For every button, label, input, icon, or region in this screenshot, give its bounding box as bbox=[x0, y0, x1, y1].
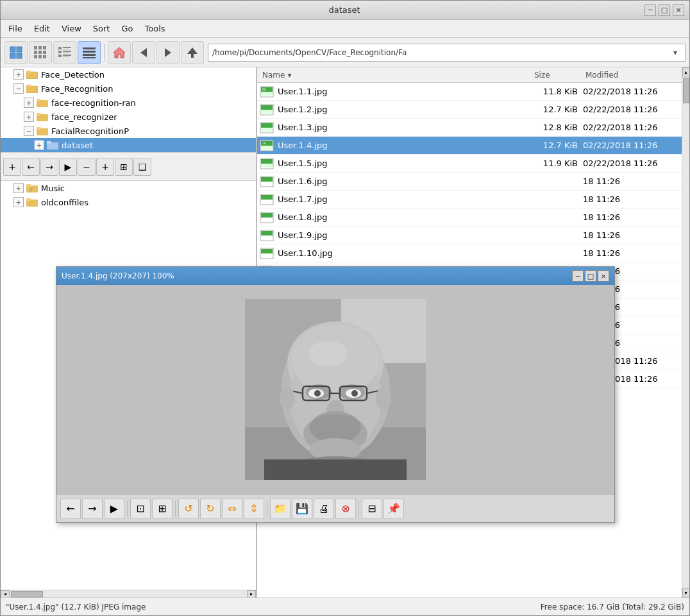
view-details-btn[interactable] bbox=[53, 41, 76, 64]
tree-plus-btn[interactable]: + bbox=[96, 158, 114, 176]
view-icon-btn[interactable] bbox=[4, 41, 28, 64]
tree-item-music[interactable]: + ♪ Music bbox=[1, 181, 257, 195]
file-row-selected[interactable]: User.1.4.jpg 12.7 KiB 02/22/2018 11:26 bbox=[257, 137, 682, 155]
viewer-sep-3 bbox=[267, 501, 267, 517]
tree-expander-music[interactable]: + bbox=[13, 183, 24, 193]
file-row[interactable]: User.1.7.jpg 18 11:26 bbox=[257, 191, 682, 209]
tree-item-face-recognizer[interactable]: + face_recognizer bbox=[1, 110, 257, 124]
tree-label-face-recognizer: face_recognizer bbox=[51, 112, 117, 122]
view-list-btn[interactable] bbox=[78, 41, 101, 64]
file-row[interactable]: User.1.10.jpg 18 11:26 bbox=[257, 244, 682, 262]
file-modified: 18 11:26 bbox=[583, 194, 679, 204]
tree-item-face-recognition[interactable]: − Face_Recognition bbox=[1, 81, 257, 96]
viewer-tool-open-folder[interactable]: 📁 bbox=[270, 499, 290, 519]
col-sort-icon: ▾ bbox=[287, 71, 291, 80]
image-viewer-content bbox=[56, 285, 614, 494]
tree-play-btn[interactable]: ▶ bbox=[59, 158, 77, 176]
file-row[interactable]: User.1.5.jpg 11.9 KiB 02/22/2018 11:26 bbox=[257, 155, 682, 173]
tree-minus-btn[interactable]: − bbox=[78, 158, 96, 176]
tree-add-btn[interactable]: + bbox=[3, 158, 21, 176]
back-btn[interactable] bbox=[132, 41, 155, 64]
forward-btn[interactable] bbox=[156, 41, 180, 64]
viewer-minimize-btn[interactable]: − bbox=[572, 270, 584, 282]
viewer-tool-back[interactable]: ← bbox=[60, 499, 81, 519]
svg-rect-8 bbox=[38, 51, 42, 54]
viewer-tool-play[interactable]: ▶ bbox=[104, 499, 124, 519]
col-size[interactable]: Size bbox=[532, 69, 583, 81]
viewer-tool-flip-h[interactable]: ⇔ bbox=[222, 499, 242, 519]
file-row[interactable]: User.1.6.jpg 18 11:26 bbox=[257, 173, 682, 191]
file-name: User.1.10.jpg bbox=[278, 248, 532, 258]
tree-item-face-recognition-ran[interactable]: + face-recognition-ran bbox=[1, 96, 257, 110]
maximize-button[interactable]: □ bbox=[659, 4, 670, 16]
menu-edit[interactable]: Edit bbox=[29, 22, 55, 35]
menu-tools[interactable]: Tools bbox=[140, 22, 171, 35]
viewer-close-btn[interactable]: × bbox=[598, 270, 609, 282]
tree-page-btn[interactable]: ❑ bbox=[133, 158, 151, 176]
menu-sort[interactable]: Sort bbox=[88, 22, 115, 35]
tree-expander-face-recognizer[interactable]: + bbox=[24, 112, 34, 122]
svg-rect-62 bbox=[264, 142, 265, 144]
viewer-tool-stop[interactable]: ⊗ bbox=[335, 499, 356, 519]
viewer-tool-extra[interactable]: 📌 bbox=[383, 499, 404, 519]
minimize-button[interactable]: − bbox=[644, 4, 656, 16]
viewer-tool-settings[interactable]: ⊟ bbox=[362, 499, 382, 519]
file-row[interactable]: User.1.2.jpg 12.7 KiB 02/22/2018 11:26 bbox=[257, 101, 682, 119]
svg-rect-17 bbox=[63, 51, 71, 52]
col-modified[interactable]: Modified bbox=[583, 69, 679, 81]
col-name[interactable]: Name ▾ bbox=[260, 69, 532, 81]
tree-expander-face-recognition-ran[interactable]: + bbox=[24, 98, 34, 108]
address-dropdown-icon[interactable]: ▾ bbox=[669, 48, 681, 57]
h-scroll-right[interactable]: ▸ bbox=[247, 590, 256, 598]
address-bar[interactable]: /home/pi/Documents/OpenCV/Face_Recogniti… bbox=[208, 44, 686, 62]
menu-view[interactable]: View bbox=[56, 22, 87, 35]
file-row[interactable]: User.1.3.jpg 12.8 KiB 02/22/2018 11:26 bbox=[257, 119, 682, 137]
tree-expander-face-detection[interactable]: + bbox=[13, 69, 24, 80]
viewer-tool-save[interactable]: 💾 bbox=[292, 499, 312, 519]
up-btn[interactable] bbox=[181, 41, 204, 64]
viewer-tool-flip-v[interactable]: ⇕ bbox=[244, 499, 264, 519]
viewer-tool-forward[interactable]: → bbox=[82, 499, 103, 519]
svg-rect-10 bbox=[34, 55, 37, 58]
tree-expander-oldconffiles[interactable]: + bbox=[13, 197, 24, 207]
h-scroll-track[interactable] bbox=[10, 590, 247, 597]
tree-h-scrollbar[interactable]: ◂ ▸ bbox=[1, 590, 256, 597]
close-button[interactable]: × bbox=[673, 4, 684, 16]
view-compact-btn[interactable] bbox=[29, 41, 52, 64]
file-row[interactable]: User.1.9.jpg 18 11:26 bbox=[257, 227, 682, 244]
viewer-tool-rotate-cw[interactable]: ↻ bbox=[200, 499, 221, 519]
v-scroll-down[interactable]: ▾ bbox=[682, 588, 690, 597]
file-modified: 02/22/2018 11:26 bbox=[583, 105, 679, 114]
svg-rect-67 bbox=[261, 177, 273, 182]
tree-back-btn[interactable]: ← bbox=[22, 158, 40, 176]
tree-item-oldconffiles[interactable]: + oldconffiles bbox=[1, 195, 257, 209]
tree-item-facial-recognition-p[interactable]: − FacialRecognitionP bbox=[1, 124, 257, 138]
menu-file[interactable]: File bbox=[3, 22, 28, 35]
file-icon bbox=[260, 103, 274, 117]
home-btn[interactable] bbox=[108, 41, 131, 64]
tree-item-dataset[interactable]: + dataset bbox=[1, 138, 257, 152]
v-scroll-thumb[interactable] bbox=[683, 78, 689, 103]
tree-expander-face-recognition[interactable]: − bbox=[13, 83, 24, 94]
file-modified: 02/22/2018 11:26 bbox=[583, 123, 679, 132]
tree-expander-facial-recognition-p[interactable]: − bbox=[24, 126, 34, 136]
tree-grid-btn[interactable]: ⊞ bbox=[115, 158, 133, 176]
h-scroll-thumb[interactable] bbox=[11, 591, 43, 597]
menu-bar: File Edit View Sort Go Tools bbox=[1, 20, 689, 38]
viewer-tool-print[interactable]: 🖨 bbox=[314, 499, 334, 519]
viewer-maximize-btn[interactable]: □ bbox=[585, 270, 596, 282]
file-row[interactable]: User.1.8.jpg 18 11:26 bbox=[257, 209, 682, 227]
tree-item-face-detection[interactable]: + Face_Detection bbox=[1, 67, 257, 81]
tree-expander-dataset[interactable]: + bbox=[34, 140, 44, 150]
file-row[interactable]: User.1.1.jpg 11.8 KiB 02/22/2018 11:26 bbox=[257, 83, 682, 101]
file-modified: 02/22/2018 11:26 bbox=[583, 158, 679, 168]
viewer-tool-zoom-window[interactable]: ⊞ bbox=[152, 499, 172, 519]
menu-go[interactable]: Go bbox=[116, 22, 138, 35]
v-scroll-track[interactable] bbox=[682, 76, 689, 588]
h-scroll-left[interactable]: ◂ bbox=[1, 590, 10, 598]
v-scroll-up[interactable]: ▴ bbox=[682, 67, 690, 76]
file-v-scrollbar[interactable]: ▴ ▾ bbox=[682, 67, 689, 597]
tree-forward-btn[interactable]: → bbox=[40, 158, 58, 176]
viewer-tool-rotate-ccw[interactable]: ↺ bbox=[178, 499, 199, 519]
viewer-tool-zoom-fit[interactable]: ⊡ bbox=[130, 499, 151, 519]
